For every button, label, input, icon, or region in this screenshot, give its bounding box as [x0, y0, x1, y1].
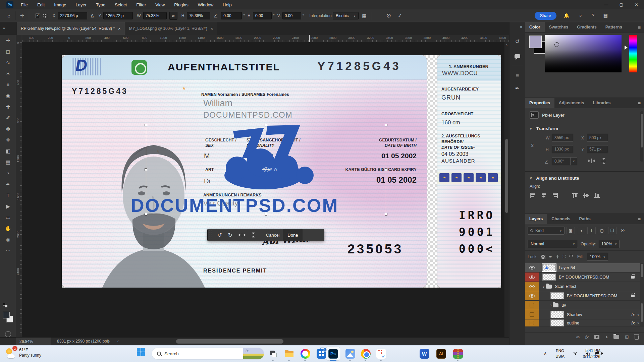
menu-item[interactable]: Image [49, 0, 71, 9]
color-field[interactable] [545, 35, 622, 72]
transform-handle[interactable] [145, 168, 147, 171]
transform-handle[interactable] [385, 168, 387, 171]
move-tool-icon[interactable]: ✛ [20, 13, 24, 18]
expand-caret-icon[interactable]: ∨ [542, 285, 545, 288]
angle-field[interactable]: 0.00° [552, 157, 571, 165]
align-top-icon[interactable] [572, 193, 579, 198]
close-tab-icon[interactable]: × [118, 26, 121, 31]
tab-paths[interactable]: Paths [575, 214, 595, 224]
expand-tabs-icon[interactable]: » [3, 25, 5, 31]
reference-point-checkbox[interactable]: ✓ [35, 13, 40, 18]
new-layer-icon[interactable]: ⊞ [625, 334, 629, 340]
relative-position-icon[interactable]: Δ [91, 13, 94, 18]
layer-row[interactable]: BY DOCUMENTPSD.COM [525, 291, 644, 301]
opacity-field[interactable]: 100% ∨ [599, 240, 620, 248]
tab-layers[interactable]: Layers [525, 214, 547, 224]
transform-handle[interactable] [145, 213, 147, 216]
zoom-level-field[interactable]: 26.84% [16, 338, 51, 346]
done-button[interactable]: Done [283, 229, 303, 241]
horizontal-scrollbar-thumb[interactable] [176, 339, 283, 344]
visibility-toggle[interactable] [525, 263, 539, 272]
delete-layer-icon[interactable] [635, 336, 639, 340]
panel-menu-icon[interactable]: ≡ [638, 101, 641, 106]
tool-icon[interactable]: ▭ [0, 212, 16, 223]
default-colors-icon[interactable] [3, 303, 8, 308]
panel-menu-icon[interactable]: ≡ [638, 217, 641, 222]
taskbar-photos[interactable] [344, 348, 356, 359]
align-section-header[interactable]: ∨ Align and Distribute [525, 172, 644, 183]
taskbar-winrar[interactable] [452, 348, 464, 359]
tab-properties[interactable]: Properties [525, 98, 554, 108]
tool-icon[interactable]: ✛ [0, 35, 16, 46]
search-box[interactable]: Search ✈ [152, 348, 264, 360]
taskbar-microsoft-store[interactable]: 1 [316, 348, 327, 359]
drag-grip-icon[interactable] [208, 229, 212, 241]
tool-icon[interactable]: ✚ [0, 101, 16, 112]
document-tab-active[interactable]: RP Germany New.psd @ 26.8% (Layer 54, RG… [17, 22, 125, 35]
y-position-field[interactable]: 1265.72 p [103, 12, 133, 19]
home-icon[interactable]: ⌂ [7, 13, 10, 18]
color-picker-circle[interactable] [554, 42, 559, 47]
filter-adjustment-layers-icon[interactable]: ◑ [577, 227, 585, 234]
tool-icon[interactable]: ◔ [0, 168, 16, 179]
tool-icon[interactable]: ▶ [0, 201, 16, 212]
flip-vertical-icon[interactable] [601, 158, 606, 164]
taskbar-snipping-tool[interactable]: ✂ [375, 348, 387, 359]
reference-point-grid-icon[interactable] [43, 13, 47, 18]
align-left-icon[interactable] [530, 193, 536, 198]
taskbar-file-explorer[interactable] [283, 348, 295, 359]
brushes-panel-icon[interactable]: ≡ [509, 72, 525, 78]
menu-item[interactable]: Help [218, 0, 236, 9]
tool-icon[interactable]: ◻ [0, 46, 16, 57]
tool-icon[interactable]: ◎ [0, 234, 16, 245]
tab-patterns[interactable]: Patterns [601, 22, 627, 32]
tool-icon[interactable]: ▤ [0, 157, 16, 168]
layer-row[interactable]: BY DOCUMENTPSD.COM [525, 273, 644, 282]
hue-slider-arrow-icon[interactable] [625, 46, 628, 50]
filter-kind-select[interactable]: Kind ∨ [528, 227, 565, 235]
panel-menu-icon[interactable]: ≡ [638, 25, 641, 30]
minimize-button[interactable]: — [599, 0, 614, 9]
tab-swatches[interactable]: Swatches [545, 22, 573, 32]
menu-item[interactable]: File [16, 0, 33, 9]
transform-reference-point[interactable] [264, 167, 269, 172]
fx-badge[interactable]: fx [631, 312, 635, 317]
expand-caret-icon[interactable]: › [550, 303, 551, 307]
visibility-toggle[interactable] [525, 273, 539, 282]
link-dimensions-icon[interactable]: ∞ [530, 143, 536, 147]
align-center-h-icon[interactable] [541, 193, 547, 198]
warp-mode-icon[interactable]: ▦ [362, 13, 366, 18]
layer-row[interactable]: outline fx∨ [525, 319, 644, 327]
height-scale-field[interactable]: 75.38% [187, 12, 210, 19]
blend-mode-select[interactable]: Normal ∨ [528, 240, 578, 248]
new-group-icon[interactable] [613, 335, 619, 339]
taskbar-task-view[interactable] [267, 348, 279, 359]
tool-icon[interactable]: ✐ [0, 112, 16, 123]
tool-icon[interactable]: ∿ [0, 57, 16, 68]
taskbar-creative-cloud[interactable] [300, 348, 311, 359]
menu-item[interactable]: Layer [71, 0, 92, 9]
tool-icon[interactable]: ⋯ [0, 245, 16, 256]
menu-item[interactable]: Filter [131, 0, 151, 9]
transform-handle[interactable] [385, 213, 387, 216]
align-middle-icon[interactable] [583, 193, 590, 198]
workspace-switcher-icon[interactable]: ▦ [603, 13, 608, 18]
language-indicator[interactable]: ENG USIA [555, 348, 565, 359]
x-field[interactable]: 500 px [587, 134, 608, 142]
chevron-left-icon[interactable]: ‹ [117, 339, 119, 344]
layer-row[interactable]: Shadow fx∨ [525, 310, 644, 319]
menu-item[interactable]: Type [91, 0, 110, 9]
visibility-toggle[interactable] [525, 301, 539, 310]
menu-item[interactable]: Window [193, 0, 218, 9]
transform-handle[interactable] [145, 124, 147, 126]
h-skew-field[interactable]: 0.00 [253, 12, 272, 19]
adjustment-layer-icon[interactable]: ◑ [605, 334, 608, 340]
tool-icon[interactable]: ✒ [0, 179, 16, 190]
height-field[interactable]: 1330 px [552, 145, 573, 153]
x-position-field[interactable]: 2270.96 p [58, 12, 87, 19]
flip-horizontal-icon[interactable] [238, 233, 246, 237]
tool-icon[interactable]: ✋ [0, 223, 16, 234]
lock-paint-icon[interactable]: ✒ [549, 254, 552, 259]
wifi-icon[interactable] [572, 351, 578, 355]
taskbar-photoshop[interactable]: Ps [327, 348, 339, 359]
